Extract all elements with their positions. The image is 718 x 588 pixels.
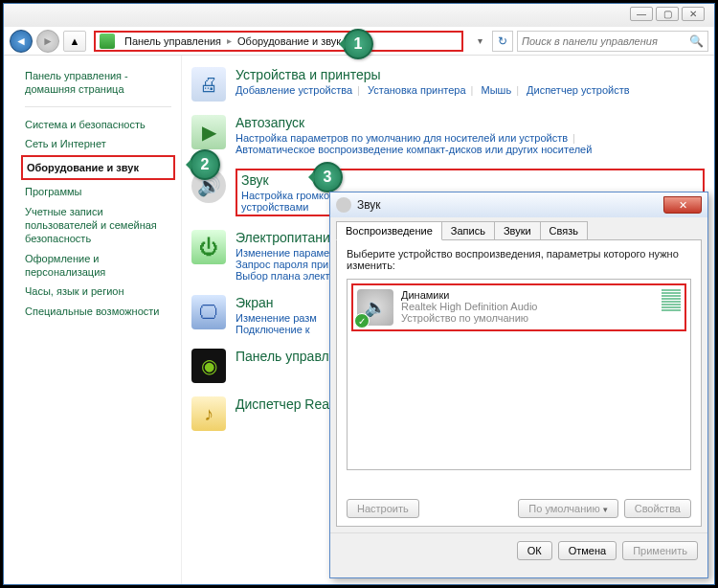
link-mouse[interactable]: Мышь: [482, 84, 512, 96]
nvidia-icon: ◉: [191, 349, 226, 383]
breadcrumb-item-1[interactable]: Панель управления: [121, 35, 225, 47]
sidebar-item-access[interactable]: Специальные возможности: [25, 302, 171, 321]
maximize-button[interactable]: ▢: [656, 7, 679, 21]
search-input[interactable]: [522, 35, 689, 47]
realtek-icon: ♪: [191, 396, 226, 431]
ok-button[interactable]: ОК: [517, 541, 552, 560]
close-button[interactable]: ✕: [682, 7, 705, 21]
category-title-devices[interactable]: Устройства и принтеры: [236, 67, 705, 82]
sidebar-item-clock[interactable]: Часы, язык и регион: [25, 282, 171, 301]
callout-2: 2: [190, 149, 220, 180]
power-icon: ⏻: [191, 230, 226, 264]
category-autoplay: ▶ Автозапуск Настройка параметров по умо…: [191, 115, 705, 155]
sidebar-item-hardware[interactable]: Оборудование и звук: [21, 155, 175, 180]
devices-icon: 🖨: [191, 67, 226, 102]
dialog-titlebar: Звук ✕: [330, 192, 707, 217]
check-icon: ✓: [354, 313, 370, 328]
device-item-speakers[interactable]: 🔈 ✓ Динамики Realtek High Definition Aud…: [351, 283, 686, 331]
link-connect[interactable]: Подключение к: [236, 324, 310, 335]
search-box: 🔍: [517, 31, 708, 52]
sidebar-item-network[interactable]: Сеть и Интернет: [25, 134, 171, 153]
apply-button[interactable]: Применить: [622, 541, 698, 560]
device-list[interactable]: 🔈 ✓ Динамики Realtek High Definition Aud…: [347, 279, 691, 470]
category-devices: 🖨 Устройства и принтеры Добавление устро…: [191, 67, 705, 102]
search-icon[interactable]: 🔍: [689, 34, 704, 48]
back-button[interactable]: ◄: [10, 30, 33, 53]
sidebar-item-system[interactable]: Система и безопасность: [25, 115, 171, 134]
cancel-button[interactable]: Отмена: [558, 541, 617, 560]
up-button[interactable]: ▲: [63, 31, 86, 52]
sidebar-item-appearance[interactable]: Оформление и персонализация: [25, 249, 171, 283]
link-device-manager[interactable]: Диспетчер устройств: [527, 84, 630, 96]
dialog-close-button[interactable]: ✕: [663, 196, 702, 214]
breadcrumb-dropdown[interactable]: ▾: [471, 35, 488, 46]
sidebar: Панель управления - домашняя страница Си…: [4, 56, 182, 584]
breadcrumb: Панель управления ▸ Оборудование и звук …: [94, 31, 463, 52]
tab-playback[interactable]: Воспроизведение: [336, 221, 442, 240]
set-default-button[interactable]: По умолчанию▾: [518, 499, 617, 518]
level-meter: [662, 289, 681, 311]
sound-dialog: Звук ✕ Воспроизведение Запись Звуки Связ…: [329, 192, 708, 578]
category-title-autoplay[interactable]: Автозапуск: [236, 115, 705, 130]
refresh-button[interactable]: ↻: [492, 31, 513, 52]
callout-3: 3: [312, 162, 343, 192]
link-resize[interactable]: Изменение разм: [236, 312, 317, 324]
link-add-printer[interactable]: Установка принтера: [368, 84, 466, 96]
minimize-button[interactable]: —: [630, 7, 653, 21]
dialog-icon: [336, 197, 351, 213]
tab-panel: Выберите устройство воспроизведения, пар…: [336, 239, 702, 527]
breadcrumb-item-2[interactable]: Оборудование и звук: [234, 35, 345, 47]
link-password-wake[interactable]: Запрос пароля при вы: [236, 259, 345, 270]
link-autoplay-defaults[interactable]: Настройка параметров по умолчанию для но…: [236, 132, 568, 144]
device-status: Устройство по умолчанию: [401, 312, 654, 324]
device-driver: Realtek High Definition Audio: [401, 301, 654, 312]
callout-1: 1: [343, 29, 373, 59]
display-icon: 🖵: [191, 295, 226, 329]
breadcrumb-icon: [100, 34, 115, 49]
device-name: Динамики: [401, 289, 654, 301]
tab-sounds[interactable]: Звуки: [494, 221, 541, 240]
configure-button[interactable]: Настроить: [347, 499, 419, 518]
link-autoplay-cd[interactable]: Автоматическое воспроизведение компакт-д…: [236, 144, 592, 155]
tab-recording[interactable]: Запись: [441, 221, 495, 240]
titlebar: — ▢ ✕: [4, 4, 714, 27]
tab-communications[interactable]: Связь: [540, 221, 588, 240]
properties-button[interactable]: Свойства: [624, 499, 691, 518]
autoplay-icon: ▶: [191, 115, 226, 149]
sidebar-item-users[interactable]: Учетные записи пользователей и семейная …: [25, 202, 171, 249]
forward-button[interactable]: ►: [36, 30, 59, 53]
panel-instruction: Выберите устройство воспроизведения, пар…: [347, 248, 691, 271]
link-add-device[interactable]: Добавление устройства: [236, 84, 352, 96]
sidebar-home[interactable]: Панель управления - домашняя страница: [25, 69, 171, 97]
dialog-footer: ОК Отмена Применить: [330, 532, 707, 568]
breadcrumb-separator: ▸: [225, 35, 234, 46]
sidebar-item-programs[interactable]: Программы: [25, 182, 171, 201]
dialog-tabs: Воспроизведение Запись Звуки Связь: [330, 217, 707, 240]
dialog-title: Звук: [357, 198, 381, 212]
